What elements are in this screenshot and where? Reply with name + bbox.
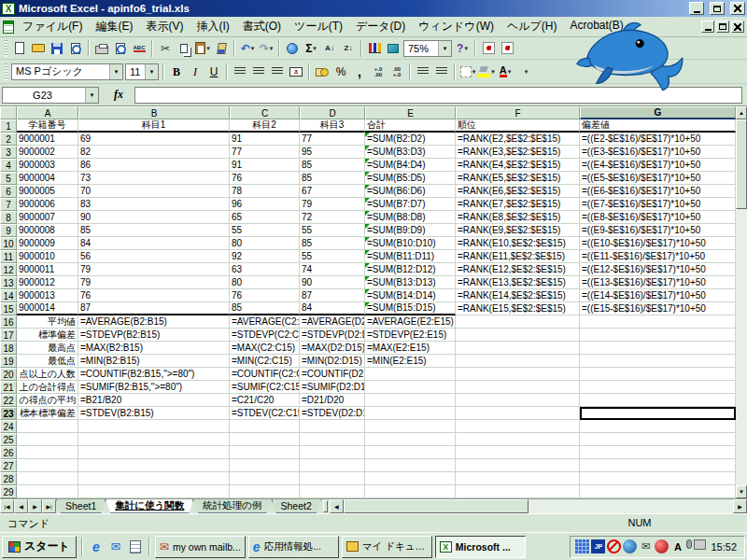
col-header-C[interactable]: C — [230, 106, 300, 119]
cell-D27[interactable] — [300, 459, 365, 472]
cell-G19[interactable] — [580, 355, 736, 368]
cell-E1[interactable]: 合計 — [365, 119, 456, 133]
cell-C27[interactable] — [230, 459, 300, 472]
scroll-down-arrow[interactable]: ▼ — [736, 485, 747, 498]
cell-C13[interactable]: 80 — [230, 276, 300, 289]
next-sheet-button[interactable]: ▶ — [28, 499, 42, 513]
acrobat-pdf-button[interactable] — [479, 39, 498, 58]
cell-F19[interactable] — [456, 355, 580, 368]
menu-edit[interactable]: 編集(E) — [89, 16, 139, 37]
vertical-scrollbar[interactable]: ▲ ▼ — [736, 106, 747, 498]
cell-C25[interactable] — [230, 433, 300, 446]
cell-G29[interactable] — [580, 485, 736, 498]
cell-A18[interactable]: 最高点 — [17, 342, 78, 355]
cell-E2[interactable]: =SUM(B2:D2) — [365, 133, 456, 146]
cell-C21[interactable]: =SUMIF(C2:C15,">=80") — [230, 381, 300, 394]
fill-color-dropdown-arrow[interactable]: ▾ — [491, 68, 495, 76]
search-button[interactable] — [66, 39, 85, 58]
cell-B24[interactable] — [78, 420, 230, 433]
cell-E4[interactable]: =SUM(B4:D4) — [365, 159, 456, 172]
cell-D16[interactable]: =AVERAGE(D2:D15) — [300, 315, 365, 329]
cell-D18[interactable]: =MAX(D2:D15) — [300, 342, 365, 355]
cell-F1[interactable]: 順位 — [456, 119, 580, 133]
cell-F7[interactable]: =RANK(E7,$E$2:$E$15) — [456, 198, 580, 211]
row-header-16[interactable]: 16 — [0, 315, 17, 329]
cell-E24[interactable] — [365, 420, 456, 433]
row-header-29[interactable]: 29 — [0, 485, 17, 498]
acrobat-pdfmaker-button[interactable] — [498, 39, 516, 58]
cell-E28[interactable] — [365, 472, 456, 485]
row-header-28[interactable]: 28 — [0, 472, 17, 485]
toolbar-grip[interactable] — [5, 63, 7, 80]
decrease-decimal-button[interactable]: .00 +.0 — [388, 63, 406, 81]
cell-A8[interactable]: 9000007 — [17, 211, 78, 224]
row-header-7[interactable]: 7 — [0, 198, 17, 211]
cell-E5[interactable]: =SUM(B5:D5) — [365, 172, 456, 185]
tray-a-icon[interactable]: A — [670, 539, 684, 553]
cell-A4[interactable]: 9000003 — [17, 159, 78, 172]
cell-G1[interactable]: 偏差値 — [580, 119, 736, 133]
cell-B19[interactable]: =MIN(B2:B15) — [78, 355, 230, 368]
col-header-D[interactable]: D — [300, 106, 365, 119]
cell-D24[interactable] — [300, 420, 365, 433]
workbook-close-button[interactable] — [731, 21, 744, 33]
cell-C2[interactable]: 91 — [230, 133, 300, 146]
spelling-button[interactable]: ABC — [130, 39, 148, 58]
cell-E17[interactable]: =STDEVP(E2:E15) — [365, 329, 456, 342]
borders-button[interactable]: ▾ — [458, 63, 477, 81]
workbook-minimize-button[interactable] — [701, 21, 714, 33]
cell-B7[interactable]: 83 — [78, 198, 230, 211]
cell-D20[interactable]: =COUNTIF(D2:D15,">=80") — [300, 368, 365, 381]
cell-A28[interactable] — [17, 472, 78, 485]
cell-B29[interactable] — [78, 485, 230, 498]
cell-C24[interactable] — [230, 420, 300, 433]
cell-B18[interactable]: =MAX(B2:B15) — [78, 342, 230, 355]
cell-D29[interactable] — [300, 485, 365, 498]
excel-app-icon[interactable]: X — [2, 3, 15, 15]
task-button-3[interactable]: マイ ドキュメント — [342, 536, 432, 558]
cell-B4[interactable]: 86 — [78, 159, 230, 172]
last-sheet-button[interactable]: ▶| — [42, 499, 56, 513]
cell-C9[interactable]: 55 — [230, 224, 300, 237]
row-header-22[interactable]: 22 — [0, 394, 17, 407]
align-left-button[interactable] — [231, 63, 249, 81]
font-color-dropdown-arrow[interactable]: ▾ — [508, 68, 512, 76]
redo-dropdown-arrow[interactable]: ▾ — [270, 45, 274, 52]
row-header-8[interactable]: 8 — [0, 211, 17, 224]
vertical-scrollbar-thumb[interactable] — [736, 119, 747, 209]
cell-B8[interactable]: 90 — [78, 211, 230, 224]
row-header-21[interactable]: 21 — [0, 381, 17, 394]
drawing-button[interactable] — [384, 39, 402, 58]
cell-E3[interactable]: =SUM(B3:D3) — [365, 146, 456, 159]
tray-ime-pad-icon[interactable] — [575, 539, 589, 553]
cell-B28[interactable] — [78, 472, 230, 485]
bold-button[interactable]: B — [167, 63, 186, 81]
zoom-combo[interactable]: 75%▾ — [403, 40, 452, 57]
cell-C28[interactable] — [230, 472, 300, 485]
cell-C11[interactable]: 92 — [230, 250, 300, 263]
cell-F11[interactable]: =RANK(E11,$E$2:$E$15) — [456, 250, 580, 263]
print-preview-button[interactable] — [111, 39, 130, 58]
toolbar-options-dropdown-arrow[interactable]: ▾ — [525, 68, 529, 76]
cell-A23[interactable]: 標本標準偏差 — [17, 407, 78, 420]
cell-B27[interactable] — [78, 459, 230, 472]
cell-E11[interactable]: =SUM(B11:D11) — [365, 250, 456, 263]
cell-B20[interactable]: =COUNTIF(B2:B15,">=80") — [78, 368, 230, 381]
cell-A13[interactable]: 9000012 — [17, 276, 78, 289]
cell-A11[interactable]: 9000010 — [17, 250, 78, 263]
cell-G28[interactable] — [580, 472, 736, 485]
cell-G12[interactable]: =((E12-$E$16)/$E$17)*10+50 — [580, 263, 736, 276]
task-button-1[interactable]: ✉my own mailb... — [155, 536, 246, 558]
help-button[interactable]: ?▾ — [453, 39, 472, 58]
zoom-combo-arrow[interactable]: ▾ — [438, 41, 451, 56]
save-button[interactable] — [48, 39, 66, 58]
cell-F4[interactable]: =RANK(E4,$E$2:$E$15) — [456, 159, 580, 172]
cell-B9[interactable]: 85 — [78, 224, 230, 237]
sheet-tab-1[interactable]: Sheet1 — [56, 499, 106, 513]
workbook-restore-button[interactable] — [716, 21, 729, 33]
cell-E16[interactable]: =AVERAGE(E2:E15) — [365, 315, 456, 329]
row-header-11[interactable]: 11 — [0, 250, 17, 263]
cell-D4[interactable]: 85 — [300, 159, 365, 172]
percent-style-button[interactable]: % — [331, 63, 350, 81]
cell-D13[interactable]: 90 — [300, 276, 365, 289]
